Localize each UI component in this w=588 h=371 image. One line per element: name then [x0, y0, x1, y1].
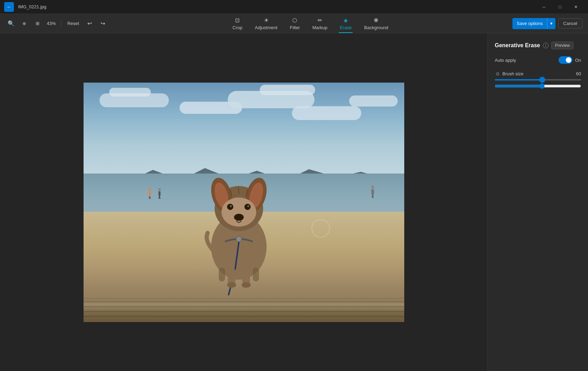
canvas-area[interactable] — [0, 33, 487, 371]
brush-icon: ⊙ — [495, 71, 500, 76]
tab-erase[interactable]: ◈ Erase — [334, 16, 357, 32]
cloud-7 — [349, 95, 398, 107]
save-options-label: Save options — [512, 18, 547, 29]
erase-icon: ◈ — [344, 17, 348, 24]
toolbar: 🔍 ⊕ ⊞ 43% | Reset ↩ ↪ ⊡ Crop ☀ Adjustmen… — [0, 14, 588, 33]
panel-header: Generative Erase i Preview — [495, 42, 581, 49]
auto-apply-row: Auto apply On — [495, 56, 581, 64]
cloud-2 — [109, 88, 151, 96]
slider-track — [495, 79, 581, 81]
back-icon: ← — [7, 4, 11, 10]
brush-size-value: 60 — [576, 71, 581, 76]
toggle-container: On — [559, 56, 581, 64]
svg-line-9 — [159, 196, 160, 199]
cancel-button[interactable]: Cancel — [558, 18, 582, 28]
svg-point-23 — [230, 205, 232, 207]
adjustment-icon: ☀ — [264, 17, 269, 24]
background-people — [148, 188, 162, 199]
svg-rect-35 — [253, 268, 259, 281]
save-options-arrow-icon: ▾ — [547, 18, 555, 29]
zoom-in-button[interactable]: ⊕ — [19, 18, 30, 29]
close-button[interactable]: ✕ — [568, 0, 584, 14]
background-label: Background — [364, 25, 388, 30]
cloud-6 — [292, 106, 361, 120]
brush-size-label: Brush size — [502, 71, 524, 76]
info-icon[interactable]: i — [543, 43, 548, 48]
zoom-out-icon: 🔍 — [8, 20, 15, 27]
svg-line-5 — [150, 196, 150, 199]
svg-point-29 — [236, 236, 242, 242]
slider-fill — [495, 79, 542, 81]
titlebar: ← IMG_0221.jpg ─ □ ✕ — [0, 0, 588, 14]
zoom-in-icon: ⊕ — [23, 21, 26, 26]
wood-layer — [84, 298, 404, 322]
toolbar-center: ⊡ Crop ☀ Adjustment ⬡ Filter ✏ Markup ◈ … — [111, 16, 510, 32]
maximize-button[interactable]: □ — [552, 0, 568, 14]
reset-button[interactable]: Reset — [64, 19, 82, 27]
tab-adjustment[interactable]: ☀ Adjustment — [249, 16, 283, 32]
redo-icon: ↪ — [101, 20, 105, 27]
svg-rect-11 — [371, 189, 374, 195]
brush-cursor — [312, 219, 330, 237]
markup-label: Markup — [312, 25, 327, 30]
person-1-icon — [148, 188, 152, 199]
image-container — [84, 83, 404, 322]
toggle-state-label: On — [575, 58, 581, 63]
undo-button[interactable]: ↩ — [84, 18, 95, 29]
svg-point-24 — [247, 205, 249, 207]
erase-label: Erase — [340, 25, 352, 30]
crop-icon: ⊡ — [235, 17, 240, 24]
adjustment-label: Adjustment — [255, 25, 277, 30]
tab-background[interactable]: ❋ Background — [358, 16, 394, 32]
svg-point-32 — [227, 282, 236, 288]
dog-figure — [190, 150, 287, 295]
back-button[interactable]: ← — [4, 2, 14, 12]
cloud-5 — [260, 85, 315, 95]
wood-grain-4 — [84, 316, 404, 317]
tab-crop[interactable]: ⊡ Crop — [227, 16, 248, 32]
svg-point-33 — [242, 282, 251, 288]
crop-label: Crop — [233, 25, 242, 30]
filter-icon: ⬡ — [292, 17, 297, 24]
svg-rect-7 — [158, 191, 161, 196]
window-controls: ─ □ ✕ — [536, 0, 584, 14]
tab-filter[interactable]: ⬡ Filter — [284, 16, 305, 32]
filter-label: Filter — [290, 25, 300, 30]
person-2-icon — [157, 188, 162, 199]
toolbar-right: Save options ▾ Cancel — [512, 18, 582, 29]
svg-rect-34 — [219, 268, 225, 281]
brush-size-slider[interactable] — [495, 83, 581, 89]
toggle-thumb — [566, 57, 571, 63]
tab-markup[interactable]: ✏ Markup — [307, 16, 333, 32]
auto-apply-toggle[interactable] — [559, 56, 572, 64]
brush-label-container: ⊙ Brush size — [495, 71, 524, 76]
fit-icon: ⊞ — [36, 21, 40, 26]
brush-size-row: ⊙ Brush size 60 — [495, 71, 581, 76]
zoom-level: 43% — [45, 21, 58, 26]
preview-button[interactable]: Preview — [551, 42, 574, 49]
svg-line-13 — [373, 195, 373, 198]
toolbar-left: 🔍 ⊕ ⊞ 43% | Reset ↩ ↪ — [6, 18, 108, 29]
wood-grain-3 — [84, 311, 404, 312]
auto-apply-label: Auto apply — [495, 58, 516, 63]
background-icon: ❋ — [374, 17, 378, 24]
wood-grain-1 — [84, 301, 404, 302]
panel-title: Generative Erase — [495, 42, 540, 49]
zoom-out-button[interactable]: 🔍 — [6, 18, 17, 29]
fit-button[interactable]: ⊞ — [32, 18, 43, 29]
save-options-button[interactable]: Save options ▾ — [512, 18, 555, 29]
slider-thumb — [539, 77, 545, 83]
svg-point-6 — [158, 188, 161, 191]
svg-rect-3 — [149, 191, 151, 196]
right-panel: Generative Erase i Preview Auto apply On… — [487, 33, 588, 371]
titlebar-left: ← IMG_0221.jpg — [4, 2, 46, 12]
wood-grain-2 — [84, 306, 404, 307]
main-content: Generative Erase i Preview Auto apply On… — [0, 33, 588, 371]
redo-button[interactable]: ↪ — [97, 18, 108, 29]
person-3-icon — [370, 185, 375, 198]
filename-label: IMG_0221.jpg — [18, 4, 46, 9]
background-person-right — [370, 185, 375, 199]
svg-point-10 — [371, 186, 374, 189]
svg-point-25 — [234, 214, 244, 221]
minimize-button[interactable]: ─ — [536, 0, 552, 14]
